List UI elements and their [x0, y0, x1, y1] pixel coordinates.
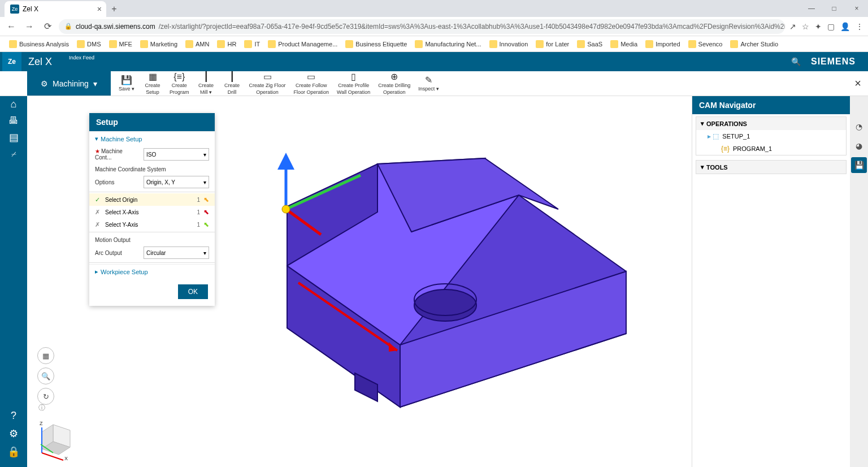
ribbon: ⚙ Machining ▾ 💾Save ▾▦CreateSetup{≡}Crea…: [0, 71, 868, 96]
workpiece-setup-header[interactable]: ▸ Workpiece Setup: [89, 264, 215, 279]
maximize-button[interactable]: □: [823, 0, 845, 17]
bookmark-item[interactable]: Business Analysis: [7, 39, 71, 49]
ribbon-create-mill-button[interactable]: ┃CreateMill ▾: [194, 71, 219, 97]
bookmark-item[interactable]: Innovation: [487, 39, 531, 49]
right-rail-btn-2[interactable]: ◕: [851, 138, 867, 154]
tab-favicon: Ze: [10, 5, 19, 14]
ribbon-label: Floor Operation: [294, 90, 329, 96]
machine-controller-select[interactable]: ISO▾: [144, 148, 209, 161]
star-icon[interactable]: ☆: [802, 22, 809, 31]
ribbon-label: Create Drilling: [378, 83, 410, 89]
info-icon[interactable]: ⓘ: [38, 403, 45, 413]
bookmark-item[interactable]: IT: [242, 39, 262, 49]
bookmark-item[interactable]: Media: [608, 39, 640, 49]
ribbon-icon: ┃: [203, 72, 209, 82]
machining-mode-button[interactable]: ⚙ Machining ▾: [27, 71, 111, 96]
settings-icon[interactable]: ⚙: [9, 427, 18, 440]
ribbon-inspect-button[interactable]: ✎Inspect ▾: [415, 74, 442, 93]
sheet-icon[interactable]: ▤: [9, 131, 19, 144]
minimize-button[interactable]: —: [800, 0, 823, 17]
bookmark-item[interactable]: SaaS: [575, 39, 605, 49]
ribbon-create-follow-floor-operation-button[interactable]: ▭Create FollowFloor Operation: [290, 71, 333, 97]
arc-output-select[interactable]: Circular▾: [144, 247, 209, 259]
check-icon: ✓: [95, 196, 102, 204]
floating-tools: ▦ 🔍 ↻: [37, 347, 54, 405]
extensions-icon[interactable]: ✦: [815, 22, 822, 31]
bookmark-item[interactable]: Business Etiquette: [343, 39, 409, 49]
new-tab-button[interactable]: +: [106, 1, 122, 17]
mcs-options-select[interactable]: Origin, X, Y▾: [144, 176, 209, 188]
bookmark-item[interactable]: DMS: [75, 39, 103, 49]
profile-icon[interactable]: 👤: [840, 22, 850, 31]
bookmark-item[interactable]: Archer Studio: [728, 39, 780, 49]
ribbon-create-drilling-operation-button[interactable]: ⊕Create DrillingOperation: [375, 71, 414, 97]
tree-icon: {≡}: [721, 145, 730, 153]
print-icon[interactable]: 🖶: [8, 115, 19, 127]
ribbon-create-program-button[interactable]: {≡}CreateProgram: [166, 71, 193, 97]
ribbon-label: Wall Operation: [337, 90, 370, 96]
ribbon-create-setup-button[interactable]: ▦CreateSetup: [140, 71, 165, 97]
bookmark-item[interactable]: HR: [215, 39, 238, 49]
sidepanel-icon[interactable]: ▢: [827, 22, 835, 31]
back-button[interactable]: ←: [5, 20, 18, 33]
machine-controller-label: ★Machine Cont...: [95, 148, 140, 161]
tree-item-setup_1[interactable]: ▸ ⬚SETUP_1: [696, 130, 846, 142]
bookmark-item[interactable]: MFE: [107, 39, 134, 49]
close-window-button[interactable]: ×: [845, 0, 868, 17]
app-logo[interactable]: Ze: [2, 52, 21, 71]
ribbon-close-button[interactable]: ×: [854, 77, 861, 90]
forward-button[interactable]: →: [23, 20, 36, 33]
ribbon-label: Save ▾: [119, 87, 134, 92]
reload-button[interactable]: ⟳: [41, 20, 54, 33]
browser-tab-strip: Ze Zel X × + — □ ×: [0, 0, 868, 17]
folder-icon: [109, 40, 117, 48]
tree-item-program_1[interactable]: {≡}PROGRAM_1: [696, 142, 846, 155]
axis-color-icon: ⬉: [203, 220, 209, 228]
lock-icon[interactable]: 🔒: [7, 446, 20, 458]
operations-header[interactable]: ▾ OPERATIONS: [696, 117, 846, 130]
menu-icon[interactable]: ⋮: [856, 22, 863, 31]
axis-row-select-y-axis[interactable]: ✗Select Y-Axis1⬉: [89, 218, 215, 231]
rotate-button[interactable]: ↻: [37, 388, 54, 405]
bookmark-label: Manufacturing Net...: [425, 41, 481, 47]
bookmark-item[interactable]: AMN: [183, 39, 211, 49]
ribbon-create-drill-button[interactable]: ┃CreateDrill: [220, 71, 245, 97]
zoom-button[interactable]: 🔍: [37, 367, 54, 384]
x-icon: ✗: [95, 209, 102, 216]
axis-row-select-x-axis[interactable]: ✗Select X-Axis1⬉: [89, 206, 215, 218]
bookmark-item[interactable]: Product Manageme...: [266, 39, 340, 49]
ribbon-save-button[interactable]: 💾Save ▾: [114, 74, 139, 93]
home-icon[interactable]: ⌂: [11, 98, 17, 110]
bookmark-item[interactable]: Imported: [643, 39, 682, 49]
bookmark-label: MFE: [119, 41, 132, 47]
url-input[interactable]: 🔒 cloud-qa.swi.siemens.com /zel-x/starli…: [59, 19, 785, 34]
search-icon[interactable]: 🔍: [791, 57, 801, 66]
fit-view-button[interactable]: ▦: [37, 347, 54, 364]
browser-tab[interactable]: Ze Zel X ×: [5, 1, 106, 17]
bookmark-item[interactable]: for Later: [533, 39, 571, 49]
viewport[interactable]: Setup ▾ Machine Setup ★Machine Cont... I…: [27, 96, 692, 467]
app-title: Zel X: [28, 56, 52, 68]
help-icon[interactable]: ?: [11, 410, 16, 422]
usb-icon[interactable]: ⌿: [11, 148, 17, 160]
right-rail-btn-3[interactable]: 💾: [851, 157, 867, 173]
share-icon[interactable]: ↗: [789, 22, 796, 31]
right-rail-btn-1[interactable]: ◔: [851, 119, 867, 135]
bookmark-item[interactable]: Manufacturing Net...: [413, 39, 483, 49]
chevron-down-icon: ▾: [203, 152, 206, 158]
ribbon-create-zig-floor-operation-button[interactable]: ▭Create Zig FloorOperation: [246, 71, 289, 97]
bookmark-label: Innovation: [500, 41, 528, 47]
tab-close-icon[interactable]: ×: [97, 5, 102, 14]
ribbon-icon: ▭: [263, 72, 272, 82]
bookmark-item[interactable]: Sevenco: [686, 39, 725, 49]
tools-header[interactable]: ▾ TOOLS: [696, 161, 846, 174]
view-cube[interactable]: Z X: [36, 416, 81, 461]
bookmark-label: Media: [620, 41, 637, 47]
ribbon-create-profile-wall-operation-button[interactable]: ▯Create ProfileWall Operation: [333, 71, 374, 97]
folder-icon: [345, 40, 353, 48]
bookmark-item[interactable]: Marketing: [138, 39, 180, 49]
model-3d[interactable]: [219, 107, 660, 424]
axis-row-select-origin[interactable]: ✓Select Origin1⬉: [89, 193, 215, 206]
machine-setup-header[interactable]: ▾ Machine Setup: [89, 131, 215, 146]
ok-button[interactable]: OK: [178, 284, 208, 299]
